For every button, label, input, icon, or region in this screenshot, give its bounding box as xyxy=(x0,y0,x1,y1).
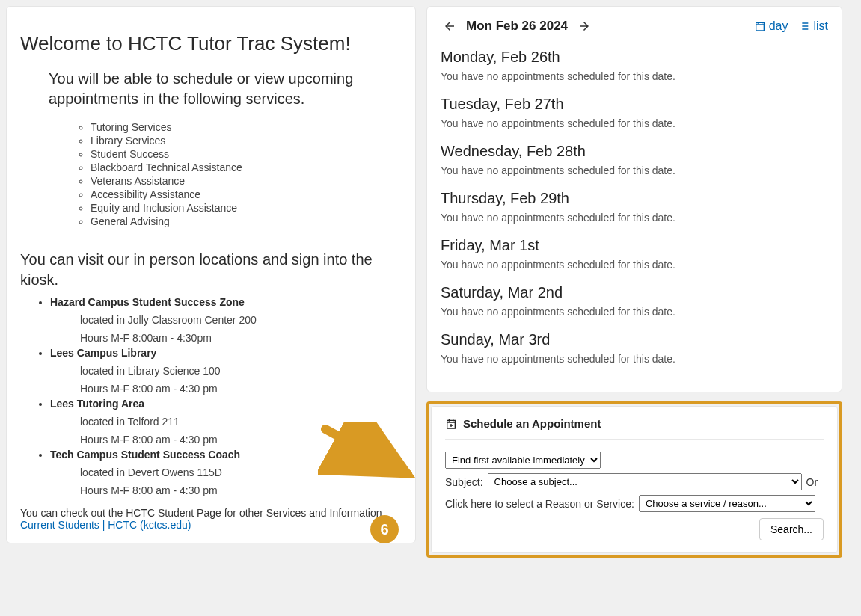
prev-arrow-icon[interactable] xyxy=(441,17,459,35)
day-block: Sunday, Mar 3rdYou have no appointments … xyxy=(441,331,828,365)
days-container: Monday, Feb 26thYou have no appointments… xyxy=(441,49,828,365)
list-item: Veterans Assistance xyxy=(91,175,402,187)
welcome-panel: Welcome to HCTC Tutor Trac System! You w… xyxy=(6,6,416,543)
list-item: General Advising xyxy=(91,215,402,227)
day-block: Friday, Mar 1stYou have no appointments … xyxy=(441,237,828,271)
visit-heading: You can visit our in person locations an… xyxy=(20,250,402,290)
day-heading: Saturday, Mar 2nd xyxy=(441,284,828,301)
list-item: Tech Campus Student Success Coachlocated… xyxy=(50,449,402,496)
location-name: Hazard Campus Student Success Zone xyxy=(50,296,402,308)
calendar-plus-icon xyxy=(445,418,457,430)
list-item: Accessibility Assistance xyxy=(91,188,402,200)
schedule-title: Schedule an Appointment xyxy=(463,417,601,430)
location-hours: Hours M-F 8:00am - 4:30pm xyxy=(80,332,402,344)
locations-list: Hazard Campus Student Success Zonelocate… xyxy=(32,296,402,496)
service-select[interactable]: Choose a service / reason... xyxy=(639,495,815,512)
view-list-toggle[interactable]: list xyxy=(798,19,828,33)
list-item: Hazard Campus Student Success Zonelocate… xyxy=(50,296,402,344)
welcome-intro: You will be able to schedule or view upc… xyxy=(49,69,378,109)
day-message: You have no appointments scheduled for t… xyxy=(441,353,828,365)
list-item: Equity and Inclusion Assistance xyxy=(91,202,402,214)
location-name: Tech Campus Student Success Coach xyxy=(50,449,402,461)
current-date: Mon Feb 26 2024 xyxy=(466,19,568,34)
list-item: Lees Tutoring Arealocated in Telford 211… xyxy=(50,398,402,446)
calendar-panel: Mon Feb 26 2024 day list Monday xyxy=(426,6,842,392)
schedule-panel: Schedule an Appointment Find first avail… xyxy=(431,406,838,553)
subject-label: Subject: xyxy=(445,476,483,488)
view-day-toggle[interactable]: day xyxy=(754,19,788,33)
day-message: You have no appointments scheduled for t… xyxy=(441,306,828,318)
schedule-highlight-box: Schedule an Appointment Find first avail… xyxy=(426,401,842,558)
calendar-icon xyxy=(754,20,766,32)
day-heading: Sunday, Mar 3rd xyxy=(441,331,828,348)
next-arrow-icon[interactable] xyxy=(575,17,593,35)
location-hours: Hours M-F 8:00 am - 4:30 pm xyxy=(80,434,402,446)
list-item: Student Success xyxy=(91,148,402,160)
day-block: Tuesday, Feb 27thYou have no appointment… xyxy=(441,96,828,129)
day-heading: Tuesday, Feb 27th xyxy=(441,96,828,113)
footer-text: You can check out the HCTC Student Page … xyxy=(20,507,402,519)
subject-select[interactable]: Choose a subject... xyxy=(488,473,802,490)
day-block: Saturday, Mar 2ndYou have no appointment… xyxy=(441,284,828,318)
day-heading: Thursday, Feb 29th xyxy=(441,190,828,207)
welcome-title: Welcome to HCTC Tutor Trac System! xyxy=(20,32,402,55)
reason-label: Click here to select a Reason or Service… xyxy=(445,498,634,510)
day-message: You have no appointments scheduled for t… xyxy=(441,164,828,176)
list-item: Lees Campus Librarylocated in Library Sc… xyxy=(50,347,402,395)
location-name: Lees Campus Library xyxy=(50,347,402,359)
day-block: Wednesday, Feb 28thYou have no appointme… xyxy=(441,143,828,176)
location-name: Lees Tutoring Area xyxy=(50,398,402,410)
location-hours: Hours M-F 8:00 am - 4:30 pm xyxy=(80,383,402,395)
or-text: Or xyxy=(806,476,818,488)
search-button[interactable]: Search... xyxy=(759,518,824,540)
location-detail: located in Devert Owens 115D xyxy=(80,466,402,478)
location-detail: located in Jolly Classroom Center 200 xyxy=(80,314,402,326)
day-message: You have no appointments scheduled for t… xyxy=(441,259,828,271)
footer-link[interactable]: Current Students | HCTC (kctcs.edu) xyxy=(20,519,191,531)
location-detail: located in Telford 211 xyxy=(80,416,402,428)
location-detail: located in Library Science 100 xyxy=(80,365,402,377)
day-block: Thursday, Feb 29thYou have no appointmen… xyxy=(441,190,828,224)
list-item: Blackboard Technical Assistance xyxy=(91,161,402,173)
day-heading: Wednesday, Feb 28th xyxy=(441,143,828,160)
find-available-select[interactable]: Find first available immediately xyxy=(445,452,601,469)
list-item: Tutoring Services xyxy=(91,121,402,133)
list-icon xyxy=(798,20,810,32)
day-block: Monday, Feb 26thYou have no appointments… xyxy=(441,49,828,82)
day-message: You have no appointments scheduled for t… xyxy=(441,212,828,224)
day-heading: Monday, Feb 26th xyxy=(441,49,828,66)
services-list: Tutoring ServicesLibrary ServicesStudent… xyxy=(73,121,402,227)
annotation-step-badge: 6 xyxy=(370,515,399,543)
day-message: You have no appointments scheduled for t… xyxy=(441,70,828,82)
location-hours: Hours M-F 8:00 am - 4:30 pm xyxy=(80,484,402,496)
list-item: Library Services xyxy=(91,135,402,147)
day-message: You have no appointments scheduled for t… xyxy=(441,117,828,129)
day-heading: Friday, Mar 1st xyxy=(441,237,828,254)
